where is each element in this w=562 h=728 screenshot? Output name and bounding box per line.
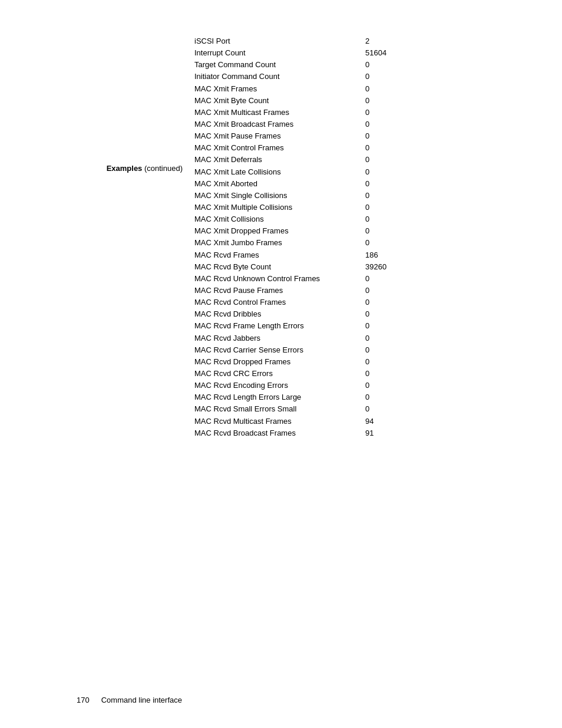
row-value: 0 (365, 237, 412, 249)
table-row: MAC Rcvd Dribbles0 (194, 308, 412, 320)
sidebar-bold: Examples (107, 164, 143, 173)
row-label: MAC Xmit Byte Count (194, 95, 365, 107)
table-row: MAC Xmit Multiple Collisions0 (194, 202, 412, 213)
row-label: MAC Rcvd Dribbles (194, 308, 365, 320)
row-value: 0 (365, 344, 412, 356)
row-label: MAC Rcvd CRC Errors (194, 368, 365, 380)
page-container: Examples (continued) iSCSI Port2Interrup… (0, 0, 562, 728)
row-label: Initiator Command Count (194, 71, 365, 83)
row-value: 0 (365, 178, 412, 190)
row-label: MAC Xmit Jumbo Frames (194, 237, 365, 249)
row-label: MAC Rcvd Byte Count (194, 261, 365, 273)
table-row: Target Command Count0 (194, 59, 412, 71)
table-row: Initiator Command Count0 (194, 71, 412, 83)
row-value: 2 (365, 35, 412, 47)
row-label: MAC Xmit Multiple Collisions (194, 202, 365, 213)
row-value: 0 (365, 213, 412, 225)
sidebar-label: Examples (continued) (77, 35, 194, 439)
row-value: 0 (365, 130, 412, 142)
table-row: MAC Xmit Multicast Frames0 (194, 107, 412, 118)
row-label: MAC Xmit Collisions (194, 213, 365, 225)
row-value: 0 (365, 368, 412, 380)
row-label: MAC Rcvd Length Errors Large (194, 391, 365, 403)
table-row: MAC Xmit Deferrals0 (194, 154, 412, 166)
row-label: MAC Rcvd Frames (194, 249, 365, 261)
row-value: 0 (365, 190, 412, 202)
row-label: MAC Rcvd Jabbers (194, 332, 365, 344)
table-row: MAC Rcvd CRC Errors0 (194, 368, 412, 380)
row-value: 0 (365, 202, 412, 213)
row-value: 186 (365, 249, 412, 261)
row-value: 0 (365, 356, 412, 368)
row-label: MAC Xmit Late Collisions (194, 166, 365, 178)
row-label: MAC Rcvd Small Errors Small (194, 403, 365, 415)
row-value: 0 (365, 225, 412, 237)
row-label: MAC Xmit Single Collisions (194, 190, 365, 202)
row-value: 0 (365, 95, 412, 107)
row-value: 0 (365, 142, 412, 154)
table-row: MAC Rcvd Carrier Sense Errors0 (194, 344, 412, 356)
sidebar-normal: (continued) (142, 164, 183, 173)
row-label: MAC Xmit Multicast Frames (194, 107, 365, 118)
table-row: MAC Xmit Jumbo Frames0 (194, 237, 412, 249)
row-label: MAC Xmit Control Frames (194, 142, 365, 154)
row-label: MAC Xmit Frames (194, 83, 365, 95)
row-label: MAC Xmit Deferrals (194, 154, 365, 166)
table-row: MAC Xmit Frames0 (194, 83, 412, 95)
table-row: MAC Xmit Single Collisions0 (194, 190, 412, 202)
table-row: MAC Xmit Aborted0 (194, 178, 412, 190)
row-label: MAC Rcvd Multicast Frames (194, 416, 365, 427)
row-label: MAC Xmit Pause Frames (194, 130, 365, 142)
row-value: 0 (365, 403, 412, 415)
row-value: 0 (365, 118, 412, 130)
row-value: 0 (365, 59, 412, 71)
row-label: iSCSI Port (194, 35, 365, 47)
content-area: Examples (continued) iSCSI Port2Interrup… (77, 35, 562, 439)
table-row: MAC Xmit Collisions0 (194, 213, 412, 225)
row-value: 0 (365, 308, 412, 320)
row-value: 51604 (365, 47, 412, 59)
row-value: 0 (365, 154, 412, 166)
page-footer: 170 Command line interface (77, 696, 182, 704)
row-label: MAC Rcvd Unknown Control Frames (194, 273, 365, 285)
page-number: 170 (77, 696, 90, 704)
table-row: MAC Rcvd Unknown Control Frames0 (194, 273, 412, 285)
row-label: Interrupt Count (194, 47, 365, 59)
row-label: MAC Xmit Broadcast Frames (194, 118, 365, 130)
row-value: 0 (365, 107, 412, 118)
row-label: MAC Xmit Aborted (194, 178, 365, 190)
table-row: MAC Rcvd Multicast Frames94 (194, 416, 412, 427)
row-value: 94 (365, 416, 412, 427)
row-value: 0 (365, 71, 412, 83)
table-row: MAC Rcvd Broadcast Frames91 (194, 427, 412, 439)
row-value: 91 (365, 427, 412, 439)
row-value: 0 (365, 380, 412, 391)
table-row: MAC Xmit Late Collisions0 (194, 166, 412, 178)
row-label: MAC Rcvd Encoding Errors (194, 380, 365, 391)
table-row: MAC Rcvd Control Frames0 (194, 297, 412, 308)
row-label: MAC Xmit Dropped Frames (194, 225, 365, 237)
table-row: MAC Rcvd Pause Frames0 (194, 285, 412, 297)
data-table: iSCSI Port2Interrupt Count51604Target Co… (194, 35, 412, 439)
row-label: MAC Rcvd Dropped Frames (194, 356, 365, 368)
table-row: Interrupt Count51604 (194, 47, 412, 59)
table-row: MAC Rcvd Byte Count39260 (194, 261, 412, 273)
row-value: 0 (365, 83, 412, 95)
page-text: Command line interface (101, 696, 182, 704)
row-label: Target Command Count (194, 59, 365, 71)
row-label: MAC Rcvd Broadcast Frames (194, 427, 365, 439)
table-row: MAC Rcvd Frames186 (194, 249, 412, 261)
row-value: 0 (365, 391, 412, 403)
row-value: 0 (365, 285, 412, 297)
row-label: MAC Rcvd Pause Frames (194, 285, 365, 297)
table-row: MAC Xmit Control Frames0 (194, 142, 412, 154)
row-value: 0 (365, 332, 412, 344)
table-row: MAC Rcvd Jabbers0 (194, 332, 412, 344)
row-label: MAC Rcvd Frame Length Errors (194, 320, 365, 332)
table-row: MAC Xmit Dropped Frames0 (194, 225, 412, 237)
table-row: MAC Xmit Pause Frames0 (194, 130, 412, 142)
table-row: MAC Rcvd Frame Length Errors0 (194, 320, 412, 332)
row-value: 0 (365, 166, 412, 178)
table-row: iSCSI Port2 (194, 35, 412, 47)
table-row: MAC Xmit Byte Count0 (194, 95, 412, 107)
